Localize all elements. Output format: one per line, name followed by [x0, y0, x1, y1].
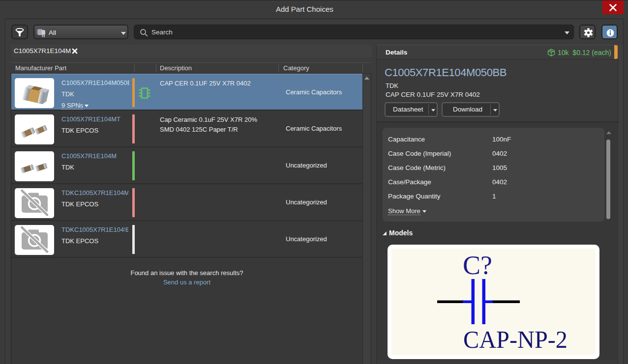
- svg-text:CAP-NP-2: CAP-NP-2: [463, 326, 568, 353]
- svg-text:C?: C?: [463, 251, 492, 280]
